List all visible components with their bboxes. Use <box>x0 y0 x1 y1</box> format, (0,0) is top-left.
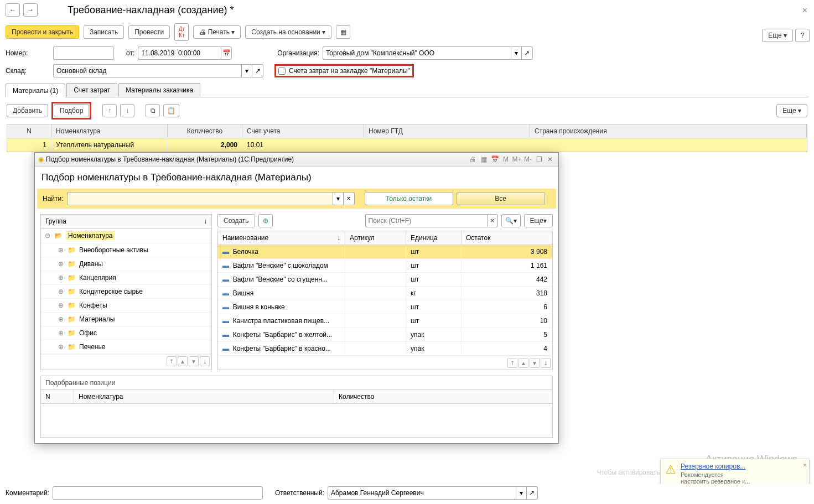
pick-button[interactable]: Подбор <box>54 104 89 117</box>
list-row[interactable]: ▬ Вафли "Венские" с шоколадом шт 1 161 <box>218 259 552 273</box>
create-group-button[interactable]: ⊕ <box>258 214 273 227</box>
expand-icon[interactable]: ⊕ <box>58 302 64 309</box>
list-row[interactable]: ▬ Вишня кг 318 <box>218 287 552 300</box>
find-clear-button[interactable]: × <box>344 192 355 205</box>
number-input[interactable] <box>53 46 114 60</box>
tree-down-icon[interactable]: ▼ <box>189 356 199 366</box>
only-stock-button[interactable]: Только остатки <box>365 192 453 205</box>
tree-last-icon[interactable]: ⤓ <box>200 356 210 366</box>
picked-col-qty[interactable]: Количество <box>334 390 552 403</box>
create-based-button[interactable]: Создать на основании ▾ <box>245 25 331 39</box>
close-icon[interactable]: × <box>802 6 807 15</box>
post-and-close-button[interactable]: Провести и закрыть <box>6 25 79 39</box>
move-up-button[interactable]: ↑ <box>102 104 117 117</box>
structure-button[interactable]: ▦ <box>336 25 350 39</box>
col-qty[interactable]: Количество <box>168 124 242 138</box>
tree-root[interactable]: ⊖ 📂 Номенклатура <box>41 228 211 243</box>
date-input[interactable] <box>138 46 221 60</box>
paste-button[interactable]: 📋 <box>163 104 179 117</box>
expand-icon[interactable]: ⊕ <box>58 329 64 337</box>
print-button[interactable]: 🖨 Печать ▾ <box>193 25 241 39</box>
add-button[interactable]: Добавить <box>7 104 48 117</box>
col-sku[interactable]: Артикул <box>345 231 406 245</box>
tree-item[interactable]: ⊕📁Офис <box>41 326 211 340</box>
list-search-clear[interactable]: × <box>487 214 498 227</box>
col-nomenclature[interactable]: Номенклатура <box>51 124 168 138</box>
org-dropdown-button[interactable]: ▾ <box>511 46 522 60</box>
expand-icon[interactable]: ⊕ <box>58 315 64 323</box>
expand-icon[interactable]: ⊕ <box>58 288 64 295</box>
list-more-button[interactable]: Еще▾ <box>524 214 553 227</box>
picked-col-n[interactable]: N <box>41 390 74 403</box>
create-button[interactable]: Создать <box>217 214 255 227</box>
list-row[interactable]: ▬ Конфеты "Барбарис" в красно... упак 4 <box>218 342 552 356</box>
save-button[interactable]: Записать <box>84 25 124 39</box>
col-country[interactable]: Страна происхождения <box>530 124 807 138</box>
help-button[interactable]: ? <box>795 29 810 42</box>
nav-fwd-button[interactable]: → <box>23 3 38 17</box>
picked-col-nom[interactable]: Номенклатура <box>74 390 334 403</box>
modal-close-icon[interactable]: ✕ <box>545 154 555 164</box>
notif-title[interactable]: Резервное копиров... <box>681 463 750 470</box>
list-row[interactable]: ▬ Вишня в коньяке шт 6 <box>218 300 552 314</box>
modal-restore-icon[interactable]: ❐ <box>534 154 544 164</box>
table-row[interactable]: 1 Утеплитель натуральный 2,000 10.01 <box>7 138 807 152</box>
responsible-dropdown[interactable]: ▾ <box>516 486 527 500</box>
modal-mminus-icon[interactable]: M- <box>523 154 533 164</box>
sub-more-button[interactable]: Еще ▾ <box>776 104 807 117</box>
col-gtd[interactable]: Номер ГТД <box>364 124 530 138</box>
notif-close-icon[interactable]: × <box>803 461 807 469</box>
tree-up-icon[interactable]: ▲ <box>178 356 188 366</box>
move-down-button[interactable]: ↓ <box>120 104 134 117</box>
responsible-input[interactable] <box>328 486 516 500</box>
modal-cal-icon[interactable]: 📅 <box>490 154 500 164</box>
list-row[interactable]: ▬ Вафли "Венские" со сгущенн... шт 442 <box>218 273 552 287</box>
tree-item[interactable]: ⊕📁Конфеты <box>41 299 211 313</box>
tab-customer-materials[interactable]: Материалы заказчика <box>118 83 200 97</box>
list-row[interactable]: ▬ Белочка шт 3 908 <box>218 245 552 259</box>
modal-m-icon[interactable]: M <box>501 154 511 164</box>
col-account[interactable]: Счет учета <box>242 124 364 138</box>
tree-item[interactable]: ⊕📁Канцелярия <box>41 271 211 285</box>
calendar-button[interactable]: 📅 <box>221 46 232 60</box>
copy-button[interactable]: ⧉ <box>146 104 160 117</box>
search-button[interactable]: 🔍▾ <box>501 214 521 227</box>
col-stock[interactable]: Остаток <box>462 231 552 245</box>
col-n[interactable]: N <box>7 124 51 138</box>
post-button[interactable]: Провести <box>128 25 170 39</box>
modal-grid-icon[interactable]: ▦ <box>479 154 489 164</box>
cost-accounts-checkbox[interactable] <box>278 67 286 75</box>
list-search-input[interactable] <box>365 214 487 227</box>
warehouse-input[interactable] <box>53 64 241 77</box>
list-last-icon[interactable]: ⤓ <box>541 358 551 368</box>
tree-item[interactable]: ⊕📁Диваны <box>41 257 211 271</box>
list-up-icon[interactable]: ▲ <box>519 358 528 368</box>
warehouse-open-button[interactable]: ↗ <box>252 64 263 77</box>
expand-icon[interactable]: ⊕ <box>58 274 64 282</box>
nav-back-button[interactable]: ← <box>6 3 20 17</box>
tree-item[interactable]: ⊕📁Кондитерское сырье <box>41 285 211 299</box>
comment-input[interactable] <box>53 486 263 500</box>
list-first-icon[interactable]: ⤒ <box>507 358 517 368</box>
warehouse-dropdown-button[interactable]: ▾ <box>241 64 252 77</box>
more-button[interactable]: Еще ▾ <box>762 29 793 42</box>
col-unit[interactable]: Единица <box>406 231 462 245</box>
tab-cost[interactable]: Счет затрат <box>66 83 117 97</box>
modal-print-icon[interactable]: 🖨 <box>468 154 478 164</box>
list-row[interactable]: ▬ Конфеты "Барбарис" в желтой... упак 5 <box>218 328 552 342</box>
modal-mplus-icon[interactable]: M+ <box>512 154 522 164</box>
expand-icon[interactable]: ⊕ <box>58 260 64 268</box>
expand-icon[interactable]: ⊕ <box>58 343 64 351</box>
responsible-open[interactable]: ↗ <box>527 486 538 500</box>
tree-item[interactable]: ⊕📁Печенье <box>41 340 211 354</box>
collapse-icon[interactable]: ⊖ <box>44 232 51 240</box>
tab-materials[interactable]: Материалы (1) <box>6 84 65 97</box>
col-name[interactable]: Наименование↓ <box>218 231 345 245</box>
list-row[interactable]: ▬ Канистра пластиковая пищев... шт 10 <box>218 314 552 328</box>
org-open-button[interactable]: ↗ <box>522 46 533 60</box>
find-dropdown-button[interactable]: ▾ <box>333 192 344 205</box>
group-col-header[interactable]: Группа <box>45 217 66 225</box>
list-down-icon[interactable]: ▼ <box>530 358 540 368</box>
tree-item[interactable]: ⊕📁Внеоборотные активы <box>41 243 211 257</box>
debit-credit-button[interactable]: ДтКт <box>174 23 189 41</box>
